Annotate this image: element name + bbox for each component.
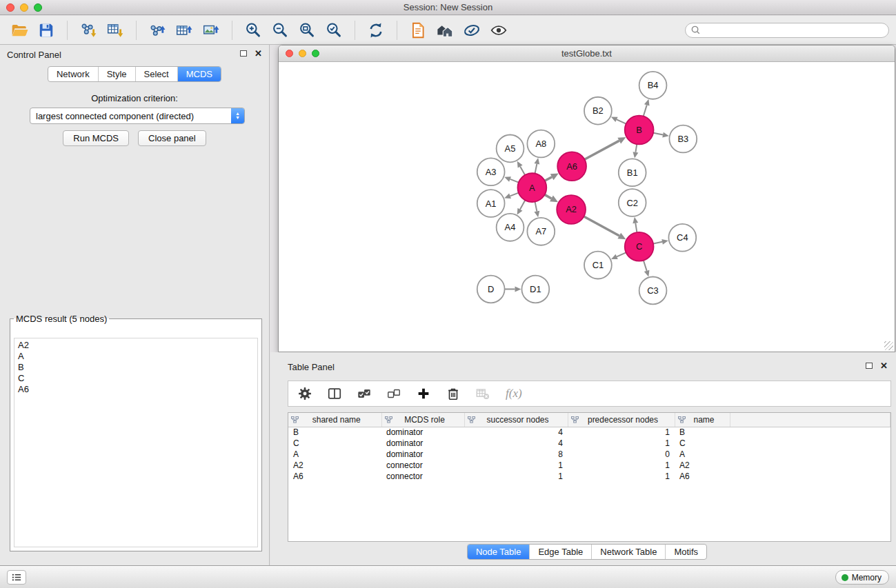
delete-table-button[interactable] [473,384,492,403]
mcds-result-item[interactable]: B [14,362,257,373]
zoom-window-button[interactable] [34,3,42,12]
import-table-button[interactable] [103,19,128,42]
deselect-all-button[interactable] [384,384,404,403]
network-window-titlebar[interactable]: testGlobe.txt [279,45,895,62]
edge-B-B4[interactable] [644,99,650,116]
home-button[interactable] [432,19,457,42]
mcds-result-item[interactable]: C [14,373,257,384]
graph-node-C1[interactable]: C1 [584,252,612,279]
search-input[interactable] [704,26,884,35]
table-row[interactable]: Cdominator41C [288,438,890,449]
column-header-successor-nodes[interactable]: successor nodes [464,413,568,427]
graph-node-C2[interactable]: C2 [619,189,646,216]
edge-C-C4[interactable] [653,239,668,245]
edge-B-B3[interactable] [653,132,669,138]
zoom-selected-button[interactable] [321,19,346,42]
save-session-button[interactable] [34,19,59,42]
mcds-result-item[interactable]: A2 [14,340,257,351]
optimization-criterion-select[interactable]: largest connected component (directed) ▲… [30,108,245,124]
graph-node-A3[interactable]: A3 [477,158,505,185]
edge-A2-C[interactable] [584,216,626,239]
table-tab-edge-table[interactable]: Edge Table [529,545,591,559]
graph-node-C4[interactable]: C4 [668,224,696,252]
graph-node-A4[interactable]: A4 [497,214,524,241]
minimize-window-button[interactable] [20,3,28,12]
close-panel-icon[interactable]: ✕ [255,50,262,57]
edge-A-A3[interactable] [504,176,519,182]
graph-node-B4[interactable]: B4 [639,72,667,99]
graph-node-A6[interactable]: A6 [557,152,586,181]
memory-button[interactable]: Memory [835,570,889,585]
control-tab-select[interactable]: Select [135,67,177,81]
edge-C-C2[interactable] [633,217,638,232]
resize-grip[interactable] [884,341,893,350]
delete-column-button[interactable] [444,384,463,403]
edge-A6-B[interactable] [584,137,626,159]
graph-node-A1[interactable]: A1 [477,190,505,217]
graph-node-A[interactable]: A [517,173,546,202]
export-table-button[interactable] [172,19,197,42]
import-network-button[interactable] [76,19,101,42]
graph-node-B3[interactable]: B3 [669,125,697,153]
apply-style-button[interactable] [459,19,484,42]
edge-B-B2[interactable] [611,117,626,124]
open-session-button[interactable] [7,19,32,42]
edge-B-B1[interactable] [633,144,639,158]
graph-node-B1[interactable]: B1 [619,159,646,186]
column-header-name[interactable]: name [675,413,730,427]
network-zoom-button[interactable] [312,50,319,57]
edge-A-A6[interactable] [545,174,559,181]
export-network-button[interactable] [145,19,170,42]
zoom-out-button[interactable] [268,19,292,42]
task-history-button[interactable] [7,570,26,585]
close-table-panel-icon[interactable]: ✕ [880,362,888,369]
graph-node-C3[interactable]: C3 [639,277,667,305]
graph-node-A8[interactable]: A8 [527,130,555,158]
graph-node-C[interactable]: C [625,232,654,261]
graph-node-A5[interactable]: A5 [497,135,524,163]
mcds-result-item[interactable]: A6 [14,384,257,395]
mcds-result-item[interactable]: A [14,351,257,362]
close-window-button[interactable] [6,3,14,12]
zoom-fit-button[interactable] [295,19,319,42]
network-canvas[interactable]: B4B2BB3A8A5A6A3B1AA1C2A2A4A7C4CC1C3DD1 [279,63,894,351]
table-tab-motifs[interactable]: Motifs [665,545,706,559]
edge-A-A4[interactable] [517,200,526,214]
show-hide-button[interactable] [486,19,511,42]
edge-D-D1[interactable] [505,286,521,292]
graph-node-A7[interactable]: A7 [527,218,555,245]
edge-A-A1[interactable] [504,193,519,199]
close-panel-button[interactable]: Close panel [138,130,206,146]
edge-A-A2[interactable] [545,194,558,202]
control-tab-mcds[interactable]: MCDS [177,67,221,81]
edge-A-A8[interactable] [534,158,539,174]
graph-node-B[interactable]: B [625,116,654,145]
edge-A-A7[interactable] [534,202,539,218]
zoom-in-button[interactable] [241,19,266,42]
control-tab-style[interactable]: Style [98,67,135,81]
select-all-button[interactable] [355,384,374,403]
network-minimize-button[interactable] [299,50,306,57]
edge-A-A5[interactable] [517,161,525,175]
table-tab-node-table[interactable]: Node Table [468,545,530,559]
float-table-panel-icon[interactable] [866,363,873,369]
edge-C-C1[interactable] [611,252,626,259]
graph-node-B2[interactable]: B2 [584,97,612,125]
show-columns-button[interactable] [325,384,344,403]
column-header-shared-name[interactable]: shared name [288,413,381,427]
graph-node-D[interactable]: D [477,276,505,303]
column-header-predecessor-nodes[interactable]: predecessor nodes [568,413,675,427]
table-row[interactable]: Adominator80A [288,449,890,460]
run-mcds-button[interactable]: Run MCDS [63,130,129,146]
table-row[interactable]: A6connector11A6 [288,471,890,482]
graph-node-D1[interactable]: D1 [521,276,549,303]
add-column-button[interactable] [414,384,433,403]
network-close-button[interactable] [286,50,293,57]
edge-C-C3[interactable] [644,261,650,277]
function-builder-button[interactable]: f(x) [503,387,522,401]
table-tab-network-table[interactable]: Network Table [591,545,665,559]
graph-node-A2[interactable]: A2 [557,195,586,224]
document-button[interactable] [406,19,430,42]
control-tab-network[interactable]: Network [48,67,98,81]
table-row[interactable]: Bdominator41B [288,427,890,438]
